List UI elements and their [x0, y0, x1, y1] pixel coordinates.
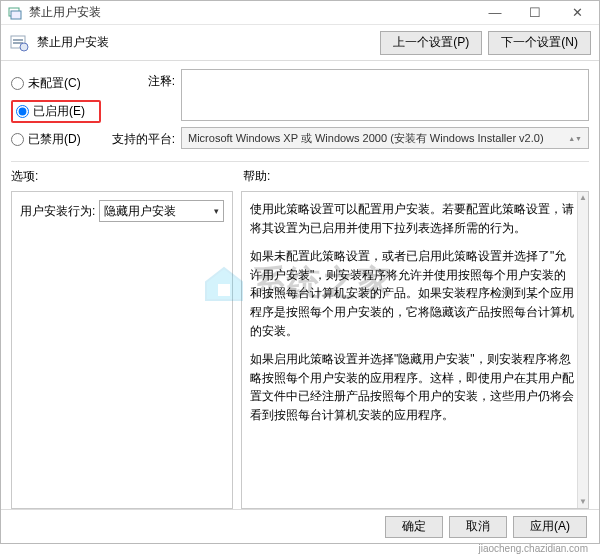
spinner-icon[interactable]: ▲▼ [568, 135, 582, 142]
annotation-textbox[interactable] [181, 69, 589, 121]
minimize-button[interactable]: — [475, 1, 515, 24]
cancel-button[interactable]: 取消 [449, 516, 507, 538]
app-icon [7, 5, 23, 21]
options-label: 选项: [11, 168, 233, 185]
config-radio-group: 未配置(C) 已启用(E) 已禁用(D) [11, 69, 101, 148]
help-text-2: 如果未配置此策略设置，或者已启用此策略设置并选择了"允许用户安装"，则安装程序将… [250, 247, 578, 340]
apply-button[interactable]: 应用(A) [513, 516, 587, 538]
next-setting-button[interactable]: 下一个设置(N) [488, 31, 591, 55]
radio-enabled[interactable]: 已启用(E) [11, 100, 101, 123]
behavior-dropdown[interactable]: 隐藏用户安装 ▾ [99, 200, 224, 222]
help-text-3: 如果启用此策略设置并选择"隐藏用户安装"，则安装程序将忽略按照每个用户安装的应用… [250, 350, 578, 424]
footer: 确定 取消 应用(A) [1, 509, 599, 543]
ok-button[interactable]: 确定 [385, 516, 443, 538]
close-button[interactable]: ✕ [555, 1, 599, 24]
prev-setting-button[interactable]: 上一个设置(P) [380, 31, 482, 55]
behavior-label: 用户安装行为: [20, 203, 95, 220]
source-watermark: jiaocheng.chazidian.com [478, 543, 588, 554]
policy-title: 禁止用户安装 [37, 34, 374, 51]
titlebar: 禁止用户安装 — ☐ ✕ [1, 1, 599, 25]
svg-point-5 [20, 43, 28, 51]
supported-textbox: Microsoft Windows XP 或 Windows 2000 (安装有… [181, 127, 589, 149]
options-pane: 用户安装行为: 隐藏用户安装 ▾ [11, 191, 233, 509]
help-text-1: 使用此策略设置可以配置用户安装。若要配置此策略设置，请将其设置为已启用并使用下拉… [250, 200, 578, 237]
radio-not-configured[interactable]: 未配置(C) [11, 75, 101, 92]
supported-label: 支持的平台: [111, 127, 181, 149]
svg-rect-1 [11, 11, 21, 19]
window-title: 禁止用户安装 [29, 4, 475, 21]
chevron-down-icon: ▾ [214, 206, 219, 216]
policy-icon [9, 33, 29, 53]
header-row: 禁止用户安装 上一个设置(P) 下一个设置(N) [1, 25, 599, 61]
annotation-label: 注释: [111, 69, 181, 121]
help-label: 帮助: [243, 168, 270, 185]
radio-disabled[interactable]: 已禁用(D) [11, 131, 101, 148]
maximize-button[interactable]: ☐ [515, 1, 555, 24]
scrollbar[interactable]: ▲▼ [577, 192, 588, 508]
svg-rect-3 [13, 39, 23, 41]
help-pane: 使用此策略设置可以配置用户安装。若要配置此策略设置，请将其设置为已启用并使用下拉… [241, 191, 589, 509]
